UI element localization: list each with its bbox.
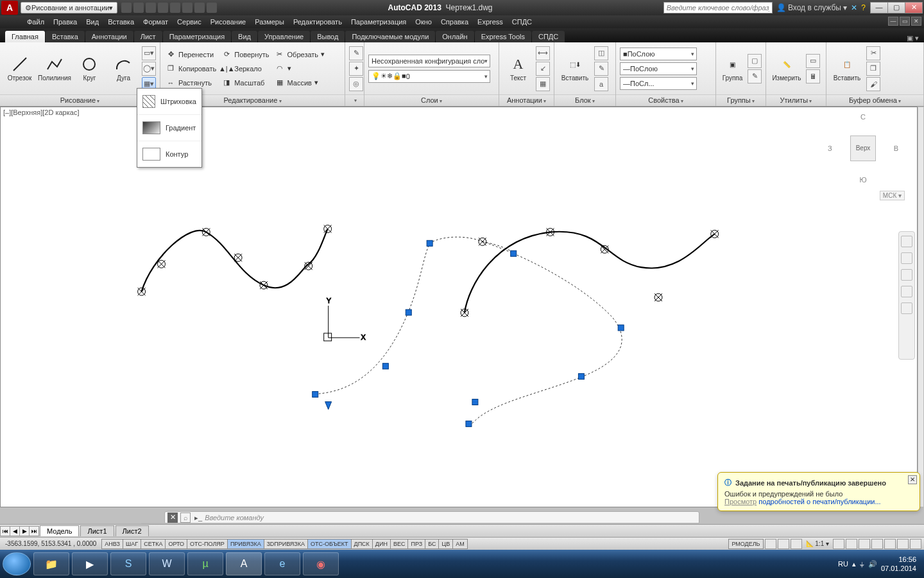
status-clean-icon[interactable] xyxy=(897,539,909,549)
scale-button[interactable]: ◨Масштаб xyxy=(220,76,270,89)
circle-button[interactable]: Круг xyxy=(74,49,105,89)
viewcube-top-face[interactable]: Верх xyxy=(850,136,876,161)
menu-file[interactable]: Файл xyxy=(27,18,44,26)
status-grid-icon[interactable] xyxy=(765,539,776,549)
menu-window[interactable]: Окно xyxy=(415,18,432,26)
toggle-привязка[interactable]: ПРИВЯЗКА xyxy=(227,539,264,549)
nav-showmotion-icon[interactable] xyxy=(901,302,912,314)
toggle-вес[interactable]: ВЕС xyxy=(390,539,409,549)
vertical-scrollbar[interactable] xyxy=(918,107,924,507)
group-edit-button[interactable]: ✎ xyxy=(748,69,762,83)
qat-more-icon[interactable] xyxy=(207,3,217,13)
tab-parametric[interactable]: Параметризация xyxy=(163,31,231,42)
toggle-цв[interactable]: ЦВ xyxy=(438,539,453,549)
layout-tab-sheet1[interactable]: Лист1 xyxy=(80,525,114,536)
layout-nav-prev[interactable]: ◀ xyxy=(10,526,20,536)
tab-layout[interactable]: Лист xyxy=(134,31,162,42)
menu-help[interactable]: Справка xyxy=(441,18,468,26)
nav-zoom-icon[interactable] xyxy=(901,269,912,281)
doc-min-button[interactable]: — xyxy=(888,17,898,26)
trim-button[interactable]: ✂Обрезать ▾ xyxy=(273,48,327,61)
menu-insert[interactable]: Вставка xyxy=(108,18,134,26)
layout-nav-next[interactable]: ▶ xyxy=(19,526,30,536)
toggle-шаг[interactable]: ШАГ xyxy=(123,539,141,549)
status-tray-icon[interactable] xyxy=(910,539,921,549)
minimize-button[interactable]: — xyxy=(870,2,888,13)
tab-plugins[interactable]: Подключаемые модули xyxy=(345,31,435,42)
viewcube-west[interactable]: З xyxy=(828,144,832,152)
ellipse-button[interactable]: ◯▾ xyxy=(142,62,156,76)
nav-wheel-icon[interactable] xyxy=(901,236,912,247)
taskbar-skype[interactable]: S xyxy=(110,552,146,575)
tab-output[interactable]: Вывод xyxy=(311,31,345,42)
workspace-selector[interactable]: ⚙ Рисование и аннотации ▾ xyxy=(21,2,117,13)
text-button[interactable]: AТекст xyxy=(503,49,533,89)
nav-orbit-icon[interactable] xyxy=(901,286,912,297)
pmodel-toggle[interactable]: РМОДЕЛЬ xyxy=(728,539,763,549)
menu-dimension[interactable]: Размеры xyxy=(255,18,284,26)
tab-home[interactable]: Главная xyxy=(5,31,45,42)
command-line[interactable]: ✕ ⌕ ▸_ Введите команду xyxy=(164,511,699,524)
taskbar-utorrent[interactable]: µ xyxy=(187,552,223,575)
layout-nav-first[interactable]: ⏮ xyxy=(0,526,10,536)
polyline-button[interactable]: Полилиния xyxy=(38,49,71,89)
qat-save-icon[interactable] xyxy=(146,3,156,13)
taskbar-media[interactable]: ▶ xyxy=(72,552,108,575)
tab-view[interactable]: Вид xyxy=(232,31,257,42)
toggle-отс-объект[interactable]: ОТС-ОБЪЕКТ xyxy=(307,539,351,549)
tray-flag-icon[interactable]: ▴ xyxy=(852,560,856,568)
layer-state-combo[interactable]: Несохраненная конфигурация сло xyxy=(368,55,490,67)
tray-clock[interactable]: 16:5607.01.2014 xyxy=(881,555,916,573)
nav-pan-icon[interactable] xyxy=(901,252,912,264)
tab-insert[interactable]: Вставка xyxy=(46,31,85,42)
toggle-дин[interactable]: ДИН xyxy=(372,539,391,549)
panel-draw-title[interactable]: Рисование xyxy=(0,94,160,106)
tab-spds[interactable]: СПДС xyxy=(532,31,565,42)
offset-button[interactable]: ◎ xyxy=(349,77,363,91)
qat-undo-icon[interactable] xyxy=(182,3,193,13)
taskbar-autocad[interactable]: A xyxy=(226,552,262,575)
qat-saveas-icon[interactable] xyxy=(158,3,168,13)
exchange-icon[interactable]: ✕ xyxy=(851,3,857,12)
toggle-отс-поляр[interactable]: ОТС-ПОЛЯР xyxy=(187,539,228,549)
taskbar-snip[interactable]: ◉ xyxy=(303,552,339,575)
cut-button[interactable]: ✂ xyxy=(866,46,880,60)
taskbar-ie[interactable]: e xyxy=(264,552,300,575)
toggle-бс[interactable]: БС xyxy=(425,539,439,549)
status-lock-icon[interactable] xyxy=(859,539,870,549)
match-props-button[interactable]: 🖌 xyxy=(866,77,880,91)
toggle-анвз[interactable]: АНВЗ xyxy=(101,539,123,549)
doc-restore-button[interactable]: ▭ xyxy=(900,17,910,26)
viewcube-north[interactable]: С xyxy=(860,113,866,121)
help-icon[interactable]: ? xyxy=(861,3,866,12)
block-edit-button[interactable]: ✎ xyxy=(594,62,608,76)
panel-anno-title[interactable]: Аннотации xyxy=(499,94,554,106)
fillet-button[interactable]: ◠▾ xyxy=(273,62,327,75)
annotation-scale[interactable]: 📐 1:1 ▾ xyxy=(803,540,832,547)
rectangle-button[interactable]: ▭▾ xyxy=(142,46,156,60)
menu-view[interactable]: Вид xyxy=(86,18,99,26)
toggle-3dпривязка[interactable]: 3DПРИВЯЗКА xyxy=(264,539,308,549)
insert-block-button[interactable]: ⬚⬇Вставить xyxy=(558,49,592,89)
line-button[interactable]: Отрезок xyxy=(4,49,35,89)
menu-draw[interactable]: Рисование xyxy=(210,18,246,26)
copy-button[interactable]: ❐Копировать xyxy=(164,62,218,75)
lineweight-combo[interactable]: — ПоСлою xyxy=(620,62,697,75)
viewcube-east[interactable]: В xyxy=(894,144,898,152)
status-quickview-icon[interactable] xyxy=(791,539,802,549)
horizontal-scrollbar[interactable] xyxy=(141,523,699,524)
toggle-сетка[interactable]: СЕТКА xyxy=(141,539,166,549)
arc-button[interactable]: Дуга xyxy=(108,49,139,89)
panel-block-title[interactable]: Блок xyxy=(554,94,615,106)
viewport-label[interactable]: [–][Верхняя][2D каркас] xyxy=(3,109,79,116)
move-button[interactable]: ✥Перенести xyxy=(164,48,218,61)
status-hardware-icon[interactable] xyxy=(871,539,883,549)
panel-utils-title[interactable]: Утилиты xyxy=(766,94,826,106)
toggle-ам[interactable]: АМ xyxy=(452,539,468,549)
panel-groups-title[interactable]: Группы xyxy=(716,94,766,106)
menu-edit[interactable]: Правка xyxy=(53,18,77,26)
cmdline-recent-icon[interactable]: ⌕ xyxy=(180,512,191,523)
status-workspace-icon[interactable] xyxy=(846,539,857,549)
select-all-button[interactable]: ▭ xyxy=(806,54,820,68)
menu-modify[interactable]: Редактировать xyxy=(293,18,342,26)
